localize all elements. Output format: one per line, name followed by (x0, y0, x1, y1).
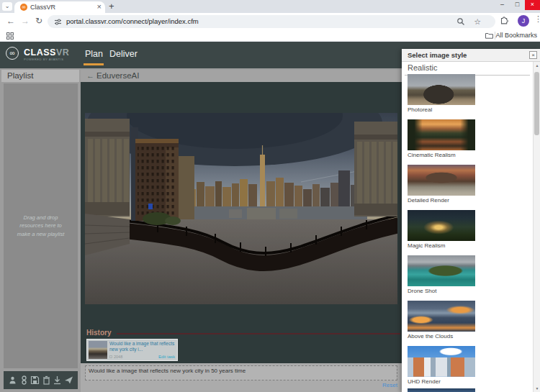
eduverse-header: ← EduverseAI (81, 70, 402, 82)
style-label: Magic Realism (408, 242, 477, 249)
playlist-drop-area[interactable]: Drag and drop resources here to make a n… (4, 83, 78, 368)
style-thumb-partial (408, 388, 475, 392)
chevron-down-icon: ⌄ (5, 3, 10, 9)
style-label: Detailed Render (408, 197, 477, 204)
new-tab-button[interactable]: + (109, 1, 114, 12)
style-thumb-cinematic-realism (408, 119, 475, 150)
style-thumb-above-the-clouds (408, 301, 475, 332)
apps-grid-icon[interactable] (6, 32, 14, 40)
eduverse-title: EduverseAI (96, 71, 139, 80)
style-label: Photoreal (408, 106, 477, 113)
classvr-tagline: POWERED BY AVANTIS (24, 58, 64, 61)
url-text: portal.classvr.com/connect/player/index.… (66, 15, 199, 28)
tab-plan[interactable]: Plan (85, 49, 103, 59)
history-item-prompt: Would like a image that reflects new yor… (109, 341, 176, 353)
style-panel-title: Select image style (408, 51, 467, 59)
panorama-image[interactable] (85, 113, 397, 304)
browser-toolbar: ← → ↻ portal.classvr.com/connect/player/… (0, 13, 540, 30)
classvr-favicon-icon: ∞ (20, 4, 27, 11)
reset-link[interactable]: Reset (382, 382, 397, 388)
style-thumb-detailed-render (408, 165, 475, 196)
scrollbar-thumb[interactable] (534, 72, 539, 135)
browser-tab-strip: ⌄ ∞ ClassVR × + – □ × (0, 0, 540, 13)
plan-active-underline (84, 63, 104, 65)
bookmark-star-icon[interactable]: ☆ (474, 15, 481, 28)
style-panel-header: Select image style × (402, 49, 540, 62)
style-label: Cinematic Realism (408, 152, 477, 158)
folder-icon (485, 32, 493, 39)
close-window-button[interactable]: × (525, 0, 540, 10)
window-controls: – □ × (495, 0, 540, 10)
tab-title: ClassVR (30, 4, 55, 11)
save-icon[interactable] (30, 375, 40, 385)
bookmarks-bar: All Bookmarks (0, 30, 540, 42)
browser-menu-icon[interactable]: ⋮ (534, 14, 540, 24)
minimize-button[interactable]: – (495, 0, 510, 10)
style-thumb-drone-shot (408, 255, 475, 286)
style-option-above-the-clouds[interactable]: Above the Clouds (408, 301, 477, 339)
style-option-uhd-render[interactable]: UHD Render (408, 346, 477, 385)
history-item[interactable]: Would like a image that reflects new yor… (86, 339, 178, 361)
scroll-down-icon[interactable]: ▼ (534, 386, 540, 391)
style-label: Above the Clouds (408, 333, 477, 339)
browser-tab[interactable]: ∞ ClassVR × (14, 1, 105, 13)
image-icon (109, 355, 112, 358)
style-panel: Select image style × Realistic Photoreal… (402, 49, 540, 392)
back-button[interactable]: ← (6, 16, 15, 26)
style-option-cinematic-realism[interactable]: Cinematic Realism (408, 119, 477, 158)
tab-search-button[interactable]: ⌄ (2, 2, 12, 11)
style-option-magic-realism[interactable]: Magic Realism (408, 210, 477, 249)
style-option-photoreal[interactable]: Photoreal (408, 74, 477, 113)
playlist-empty-message: Drag and drop resources here to make a n… (15, 214, 66, 239)
search-icon[interactable] (456, 17, 465, 26)
close-icon[interactable]: × (529, 51, 537, 59)
screen: ⌄ ∞ ClassVR × + – □ × ← → ↻ portal.class… (0, 0, 540, 392)
tab-deliver[interactable]: Deliver (109, 49, 138, 59)
classvr-wordmark: CLASSVR (24, 47, 69, 58)
style-option-detailed-render[interactable]: Detailed Render (408, 165, 477, 204)
all-bookmarks-button[interactable]: All Bookmarks (485, 32, 537, 39)
download-icon[interactable] (53, 375, 62, 385)
style-thumb-photoreal (408, 74, 475, 105)
site-settings-icon[interactable] (54, 18, 62, 26)
playlist-header: Playlist (1, 70, 79, 82)
extensions-icon[interactable] (500, 16, 509, 25)
style-label: Drone Shot (408, 288, 477, 294)
history-item-action[interactable]: Edit task (158, 355, 175, 359)
eduverse-panel: History Would like a image that reflects… (81, 82, 402, 363)
style-thumb-uhd-render (408, 346, 475, 377)
prompt-input-bar: Would like a image that reflects new yor… (81, 363, 402, 392)
trash-icon[interactable] (42, 375, 51, 385)
history-divider (117, 333, 400, 334)
history-item-meta: 2048 (109, 355, 122, 359)
back-arrow-icon[interactable]: ← (86, 71, 94, 80)
history-item-thumbnail (89, 341, 107, 359)
history-title: History (86, 329, 111, 337)
scroll-up-icon[interactable]: ▲ (534, 63, 540, 68)
forward-button[interactable]: → (21, 16, 30, 26)
reload-button[interactable]: ↻ (35, 16, 42, 26)
classvr-infinity-icon: ∞ (6, 47, 19, 60)
link-icon[interactable] (19, 375, 29, 385)
tab-close-icon[interactable]: × (97, 2, 102, 11)
playlist-toolbar (4, 371, 78, 389)
style-label: UHD Render (408, 378, 477, 385)
prompt-input[interactable]: Would like a image that reflects new yor… (85, 365, 397, 380)
style-panel-scrollbar[interactable]: ▲ ▼ (533, 62, 540, 392)
eduverse-main: ← EduverseAI (81, 68, 402, 392)
classvr-logo[interactable]: ∞ CLASSVR POWERED BY AVANTIS (6, 46, 85, 65)
style-option-drone-shot[interactable]: Drone Shot (408, 255, 477, 294)
style-option-next-partial[interactable] (408, 388, 477, 392)
profile-avatar[interactable]: J (518, 15, 529, 27)
send-icon[interactable] (64, 375, 73, 385)
style-thumb-magic-realism (408, 210, 475, 241)
maximize-button[interactable]: □ (510, 0, 525, 10)
user-icon[interactable] (8, 375, 17, 385)
url-input[interactable]: portal.classvr.com/connect/player/index.… (48, 15, 495, 28)
